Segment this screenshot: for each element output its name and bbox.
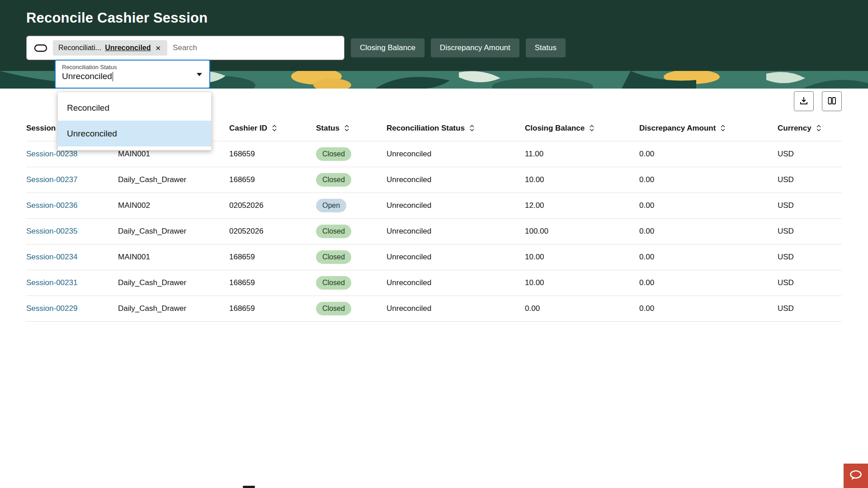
cell: Unreconciled bbox=[387, 141, 525, 167]
status-badge: Closed bbox=[316, 302, 351, 315]
column-header-label: Reconciliation Status bbox=[387, 124, 465, 133]
session-link[interactable]: Session-00234 bbox=[26, 253, 77, 261]
cell: USD bbox=[778, 167, 842, 192]
search-input[interactable] bbox=[173, 43, 337, 52]
reconciliation-status-field[interactable]: Reconciliation Status Unreconciled bbox=[55, 60, 210, 89]
table-row: Session-00231Daily_Cash_Drawer168659Clos… bbox=[26, 270, 842, 296]
cell: 168659 bbox=[229, 296, 316, 321]
session-link[interactable]: Session-00237 bbox=[26, 175, 77, 184]
cell: Daily_Cash_Drawer bbox=[118, 167, 229, 192]
cell: Unreconciled bbox=[387, 167, 525, 192]
column-header-reconciliation-status[interactable]: Reconciliation Status bbox=[387, 116, 525, 141]
cell: USD bbox=[778, 141, 842, 167]
filter-toggle-icon[interactable] bbox=[34, 44, 47, 52]
chat-assistant-button[interactable] bbox=[844, 464, 868, 488]
cell: 168659 bbox=[229, 244, 316, 270]
column-header-label: Closing Balance bbox=[525, 124, 585, 133]
table-body: Session-00238MAIN001168659ClosedUnreconc… bbox=[26, 141, 842, 321]
cell: Daily_Cash_Drawer bbox=[118, 218, 229, 244]
session-link[interactable]: Session-00238 bbox=[26, 150, 77, 158]
status-badge: Closed bbox=[316, 250, 351, 264]
cell: 10.00 bbox=[525, 167, 639, 192]
sort-icon[interactable] bbox=[272, 124, 277, 132]
dropdown-option-unreconciled[interactable]: Unreconciled bbox=[58, 121, 211, 146]
search-row: Reconciliati... Unreconciled ✕ Closing B… bbox=[26, 36, 868, 60]
session-link[interactable]: Session-00229 bbox=[26, 304, 77, 313]
cell: 10.00 bbox=[525, 244, 639, 270]
cell: USD bbox=[778, 244, 842, 270]
cell: Unreconciled bbox=[387, 218, 525, 244]
table-row: Session-00235Daily_Cash_Drawer02052026Cl… bbox=[26, 218, 842, 244]
cell: Unreconciled bbox=[387, 270, 525, 296]
page-title: Reconcile Cashier Session bbox=[26, 0, 868, 26]
filter-buttons: Closing BalanceDiscrepancy AmountStatus bbox=[351, 38, 566, 57]
status-cell: Closed bbox=[316, 141, 387, 167]
session-link[interactable]: Session-00231 bbox=[26, 278, 77, 287]
column-header-closing-balance[interactable]: Closing Balance bbox=[525, 116, 639, 141]
sort-icon[interactable] bbox=[589, 124, 594, 132]
table-row: Session-00237Daily_Cash_Drawer168659Clos… bbox=[26, 167, 842, 192]
status-badge: Closed bbox=[316, 173, 351, 187]
bottom-scroll-mark bbox=[243, 486, 255, 488]
column-header-label: Discrepancy Amount bbox=[639, 124, 716, 133]
status-badge: Closed bbox=[316, 276, 351, 290]
cell: Daily_Cash_Drawer bbox=[118, 270, 229, 296]
status-cell: Closed bbox=[316, 296, 387, 321]
column-header-label: Status bbox=[316, 124, 340, 133]
status-badge: Closed bbox=[316, 147, 351, 161]
cell: 0.00 bbox=[639, 192, 778, 218]
column-header-cashier-id[interactable]: Cashier ID bbox=[229, 116, 316, 141]
session-link[interactable]: Session-00235 bbox=[26, 227, 77, 235]
filter-button-status[interactable]: Status bbox=[526, 38, 566, 57]
session-cell: Session-00234 bbox=[26, 244, 118, 270]
session-cell: Session-00237 bbox=[26, 167, 118, 192]
cell: Unreconciled bbox=[387, 244, 525, 270]
manage-columns-button[interactable] bbox=[822, 91, 842, 111]
cell: 0.00 bbox=[639, 167, 778, 192]
cell: USD bbox=[778, 192, 842, 218]
sort-icon[interactable] bbox=[816, 124, 821, 132]
filter-chip-value: Unreconciled bbox=[105, 44, 151, 52]
cell: 0.00 bbox=[639, 270, 778, 296]
dropdown-options: ReconciledUnreconciled bbox=[57, 92, 212, 150]
filter-chip-reconciliation-status[interactable]: Reconciliati... Unreconciled ✕ bbox=[53, 40, 167, 56]
session-cell: Session-00236 bbox=[26, 192, 118, 218]
cell: 100.00 bbox=[525, 218, 639, 244]
sort-icon[interactable] bbox=[469, 124, 475, 132]
download-icon bbox=[799, 96, 809, 107]
cell: 12.00 bbox=[525, 192, 639, 218]
column-header-discrepancy-amount[interactable]: Discrepancy Amount bbox=[639, 116, 778, 141]
table-row: Session-00234MAIN001168659ClosedUnreconc… bbox=[26, 244, 842, 270]
session-link[interactable]: Session-00236 bbox=[26, 201, 77, 210]
filter-button-closing-balance[interactable]: Closing Balance bbox=[351, 38, 425, 57]
dropdown-value-text: Unreconciled bbox=[62, 71, 112, 81]
cell: 168659 bbox=[229, 167, 316, 192]
status-badge: Closed bbox=[316, 225, 351, 238]
sort-icon[interactable] bbox=[344, 124, 349, 132]
cell: 0.00 bbox=[639, 218, 778, 244]
status-cell: Open bbox=[316, 192, 387, 218]
dropdown-option-reconciled[interactable]: Reconciled bbox=[58, 95, 211, 121]
status-cell: Closed bbox=[316, 167, 387, 192]
search-bar[interactable]: Reconciliati... Unreconciled ✕ bbox=[26, 36, 344, 60]
sort-icon[interactable] bbox=[720, 124, 726, 132]
chevron-down-icon[interactable] bbox=[197, 73, 202, 76]
column-header-currency[interactable]: Currency bbox=[778, 116, 842, 141]
cell: 02052026 bbox=[229, 218, 316, 244]
status-cell: Closed bbox=[316, 270, 387, 296]
cell: USD bbox=[778, 270, 842, 296]
cell: 10.00 bbox=[525, 270, 639, 296]
cell: MAIN001 bbox=[118, 244, 229, 270]
status-badge: Open bbox=[316, 199, 346, 212]
download-button[interactable] bbox=[794, 91, 814, 111]
session-cell: Session-00231 bbox=[26, 270, 118, 296]
chip-remove-icon[interactable]: ✕ bbox=[155, 44, 162, 52]
column-header-label: Currency bbox=[778, 124, 811, 133]
cell: 0.00 bbox=[639, 141, 778, 167]
chat-bubble-icon bbox=[849, 469, 863, 483]
filter-button-discrepancy-amount[interactable]: Discrepancy Amount bbox=[431, 38, 519, 57]
column-header-status[interactable]: Status bbox=[316, 116, 387, 141]
cell: Daily_Cash_Drawer bbox=[118, 296, 229, 321]
session-cell: Session-00235 bbox=[26, 218, 118, 244]
dropdown-field-value: Unreconciled bbox=[62, 71, 203, 81]
